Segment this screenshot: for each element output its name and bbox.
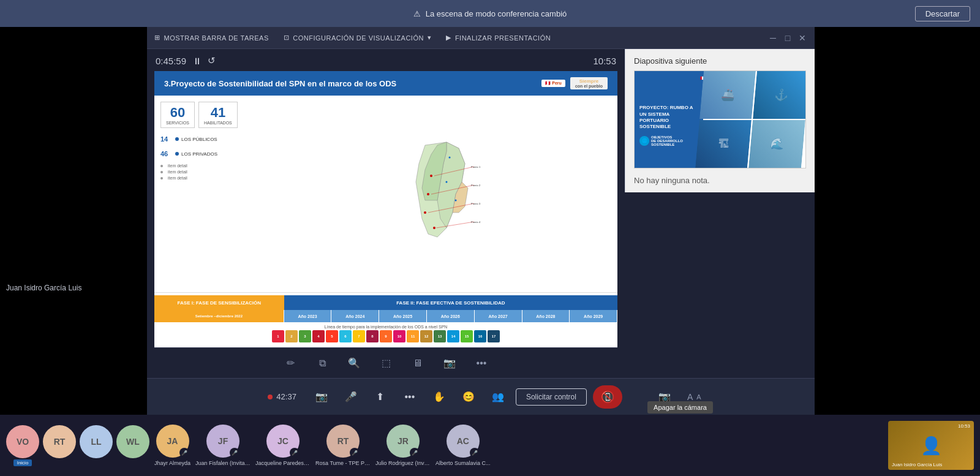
sdg-icon-5: 5 (326, 330, 338, 342)
video-btn[interactable]: 📷 (310, 385, 333, 409)
camera-btn-wrapper: 📷 Apagar la cámara (628, 385, 676, 409)
center-window: ⊞ MOSTRAR BARRA DE TAREAS ⊡ CONFIGURACIÓ… (147, 27, 815, 415)
avatar-small-3[interactable]: WL (116, 425, 149, 458)
copy-tool[interactable]: ⧉ (312, 353, 332, 373)
present-icon: ▶ (446, 34, 451, 42)
more-btn[interactable]: ••• (398, 385, 421, 409)
right-panel: Diapositiva siguiente 🇵🇪 (625, 49, 815, 192)
dot-2 (175, 152, 179, 156)
close-btn[interactable]: ✕ (797, 33, 807, 43)
dismiss-button[interactable]: Descartar (915, 6, 970, 21)
camera-tool[interactable]: 📷 (440, 353, 459, 373)
list-item-1: 14 LOS PÚBLICOS (160, 135, 283, 143)
svg-text:Puerto 2: Puerto 2 (471, 184, 481, 187)
next-slide-thumbnail[interactable]: 🇵🇪 PROYECTO: RUMBO A UN SISTEMA PORTUARI… (634, 70, 806, 168)
solicitar-control-btn[interactable]: Solicitar control (516, 388, 587, 406)
more-icon: ••• (405, 391, 415, 402)
self-video: 👤Juan Isidro García Luis10:53 (888, 421, 974, 470)
year-7: Año 2029 (570, 310, 617, 322)
svg-point-9 (446, 181, 448, 183)
sub-item-3: item detail (160, 176, 283, 180)
svg-point-5 (427, 193, 429, 195)
avatar-small-0[interactable]: VO (6, 425, 39, 458)
left-panel: Juan Isidro García Luis (0, 27, 147, 415)
list-items: 14 LOS PÚBLICOS 46 LOS PRIVADOS (160, 135, 283, 180)
config-icon: ⊡ (284, 34, 290, 42)
select-tool[interactable]: ⬚ (376, 353, 396, 373)
sdg-icon-1: 1 (272, 330, 284, 342)
minimize-btn[interactable]: ─ (768, 33, 778, 43)
hangup-btn[interactable]: 📵 (593, 385, 622, 409)
svg-text:Puerto 4: Puerto 4 (471, 221, 481, 224)
timeline-phases: FASE I: FASE DE SENSIBILIZACIÓN FASE II:… (154, 295, 617, 310)
camera-off-btn[interactable]: 📷 (653, 385, 676, 409)
svg-point-10 (455, 199, 457, 201)
next-slide-content: 🇵🇪 PROYECTO: RUMBO A UN SISTEMA PORTUARI… (635, 71, 805, 168)
tools-bar: ✏ ⧉ 🔍 ⬚ 🖥 📷 ••• (154, 347, 617, 378)
sub-items: item detail item detail (160, 164, 283, 180)
participants-btn[interactable]: 👥 (486, 385, 510, 409)
participant-small-2: LL (80, 425, 113, 466)
phase-1-label: FASE I: FASE DE SENSIBILIZACIÓN (154, 295, 284, 310)
mic-indicator-5: 🎤 (230, 448, 239, 458)
record-btn[interactable]: 42:37 (260, 385, 304, 409)
next-slide-label: Diapositiva siguiente (625, 49, 815, 70)
timeline-years: Setiembre –diciembre 2022 Año 2023 Año 2… (154, 310, 617, 322)
view-config-btn[interactable]: ⊡ CONFIGURACIÓN DE VISUALIZACIÓN ▾ (284, 34, 432, 42)
maximize-btn[interactable]: □ (783, 33, 793, 43)
notes-text: No hay ninguna nota. (634, 176, 710, 185)
sdg-icon-13: 13 (434, 330, 446, 342)
sdg-icons-row: 1234567891011121314151617 (154, 330, 617, 345)
pause-icon[interactable]: ⏸ (192, 56, 202, 66)
hand-btn[interactable]: ✋ (428, 385, 451, 409)
sdg-icon-15: 15 (461, 330, 473, 342)
view-config-label: CONFIGURACIÓN DE VISUALIZACIÓN (293, 34, 424, 42)
avatar-small-2[interactable]: LL (80, 425, 113, 458)
more-tool[interactable]: ••• (472, 353, 491, 373)
year-3: Año 2025 (379, 310, 427, 322)
size-controls: A A (687, 392, 701, 402)
warning-icon: ⚠ (413, 9, 421, 18)
warning-message: ⚠ La escena de modo conferencia cambió (413, 9, 567, 18)
slide-timeline: FASE I: FASE DE SENSIBILIZACIÓN FASE II:… (154, 292, 617, 347)
avatar-small-1[interactable]: RT (43, 425, 76, 458)
mic-btn[interactable]: 🎤 (339, 385, 363, 409)
mic-indicator-6: 🎤 (290, 448, 300, 458)
timer-left: 0:45:59 ⏸ ↺ (156, 55, 216, 66)
warning-text: La escena de modo conferencia cambió (426, 9, 567, 18)
pen-tool[interactable]: ✏ (281, 353, 300, 373)
participant-name-6: Jacqueline Paredes C... (255, 460, 311, 466)
participant-7: RT🎤Rosa Tume - TPE Pait... (315, 425, 371, 466)
participant-name-9: Alberto Sumalavia C... (435, 460, 491, 466)
hangup-icon: 📵 (601, 390, 614, 404)
end-presentation-btn[interactable]: ▶ FINALIZAR PRESENTACIÓN (446, 34, 551, 42)
reaction-btn[interactable]: 😊 (457, 385, 480, 409)
sdg-icon-6: 6 (339, 330, 352, 342)
svg-point-4 (430, 175, 432, 177)
text-larger-icon[interactable]: A (687, 392, 693, 402)
thumb-img-3: 🏗 (695, 120, 752, 168)
refresh-icon[interactable]: ↺ (208, 55, 216, 66)
svg-text:Puerto 1: Puerto 1 (471, 165, 481, 168)
peru-logo: 🇵🇪 Peru (541, 80, 565, 87)
stat1-num: 60 (166, 105, 189, 121)
taskbar-label: MOSTRAR BARRA DE TAREAS (164, 34, 269, 42)
share-btn[interactable]: ⬆ (369, 385, 392, 409)
mic-indicator-8: 🎤 (410, 448, 420, 458)
sdg-icon-8: 8 (366, 330, 379, 342)
show-taskbar-btn[interactable]: ⊞ MOSTRAR BARRA DE TAREAS (154, 34, 269, 42)
sdg-icon-16: 16 (474, 330, 486, 342)
slide-body: 60 SERVICIOS 41 HABILITADOS (154, 96, 617, 292)
camera-off-icon: 📷 (658, 391, 671, 402)
slide-title: 3.Proyecto de Sostenibilidad del SPN en … (164, 79, 396, 88)
screen-tool[interactable]: 🖥 (408, 353, 428, 373)
stat2-num: 41 (204, 105, 232, 121)
sdg-icon-17: 17 (488, 330, 500, 342)
sdg-icon-7: 7 (353, 330, 365, 342)
sdg-label: Línea de tiempo para la implementación d… (154, 322, 617, 330)
text-smaller-icon[interactable]: A (696, 393, 701, 401)
search-tool[interactable]: 🔍 (344, 353, 364, 373)
slide-header: 3.Proyecto de Sostenibilidad del SPN en … (154, 71, 617, 96)
sdg-icon-14: 14 (447, 330, 459, 342)
thumb-images: 🚢 ⚓ 🏗 (695, 71, 805, 168)
